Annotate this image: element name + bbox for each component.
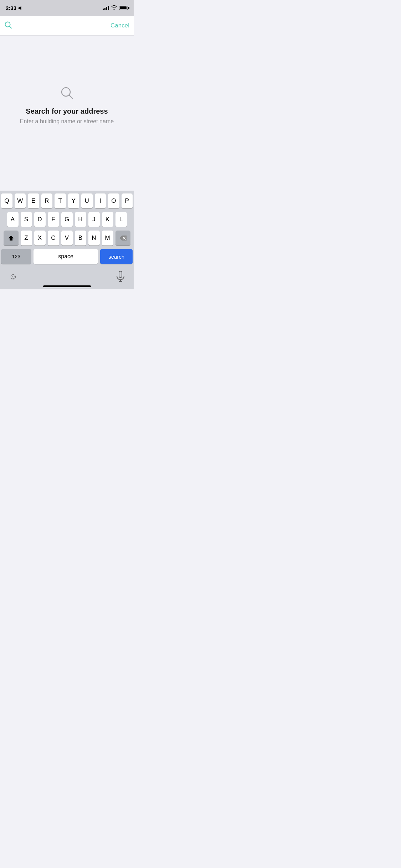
key-r[interactable]: R: [41, 193, 53, 208]
space-key[interactable]: space: [34, 249, 98, 264]
key-z[interactable]: Z: [21, 231, 32, 246]
key-t[interactable]: T: [55, 193, 66, 208]
search-icon: [4, 21, 12, 30]
delete-key[interactable]: [115, 231, 130, 246]
key-d[interactable]: D: [34, 212, 46, 227]
key-x[interactable]: X: [34, 231, 46, 246]
key-l[interactable]: L: [115, 212, 127, 227]
key-a[interactable]: A: [7, 212, 19, 227]
key-m[interactable]: M: [102, 231, 113, 246]
keyboard: Q W E R T Y U I O P A S D F G H J K L Z …: [0, 191, 134, 289]
key-b[interactable]: B: [75, 231, 86, 246]
microphone-icon[interactable]: [114, 270, 127, 283]
key-v[interactable]: V: [61, 231, 73, 246]
keyboard-row-3: Z X C V B N M: [1, 231, 133, 246]
svg-rect-7: [119, 271, 122, 278]
key-y[interactable]: Y: [68, 193, 79, 208]
wifi-icon: [111, 5, 117, 11]
key-s[interactable]: S: [21, 212, 32, 227]
key-p[interactable]: P: [122, 193, 133, 208]
key-k[interactable]: K: [102, 212, 113, 227]
emoji-icon[interactable]: ☺: [7, 270, 20, 283]
status-bar: 2:33 ◀: [0, 0, 134, 16]
key-f[interactable]: F: [48, 212, 59, 227]
numbers-key[interactable]: 123: [1, 249, 31, 264]
keyboard-bottom-row: 123 space search: [1, 249, 133, 264]
search-title: Search for your address: [26, 107, 108, 115]
key-j[interactable]: J: [88, 212, 100, 227]
shift-key[interactable]: [4, 231, 19, 246]
key-n[interactable]: N: [88, 231, 100, 246]
signal-icon: [103, 6, 109, 10]
home-indicator: [1, 285, 133, 289]
time-display: 2:33: [6, 5, 16, 11]
search-input[interactable]: [15, 22, 108, 29]
key-c[interactable]: C: [48, 231, 59, 246]
search-subtitle: Enter a building name or street name: [20, 118, 114, 125]
main-content: Search for your address Enter a building…: [0, 36, 134, 175]
key-e[interactable]: E: [28, 193, 39, 208]
keyboard-accessory-row: ☺: [1, 268, 133, 285]
big-search-icon: [60, 86, 74, 102]
key-u[interactable]: U: [81, 193, 93, 208]
key-q[interactable]: Q: [1, 193, 12, 208]
key-g[interactable]: G: [61, 212, 73, 227]
keyboard-row-2: A S D F G H J K L: [1, 212, 133, 227]
battery-icon: [119, 6, 128, 10]
location-icon: ◀: [18, 5, 21, 10]
keyboard-row-1: Q W E R T Y U I O P: [1, 193, 133, 208]
search-key[interactable]: search: [100, 249, 133, 264]
svg-line-3: [69, 95, 73, 99]
status-time: 2:33 ◀: [6, 5, 21, 11]
key-w[interactable]: W: [15, 193, 26, 208]
status-icons: [103, 5, 128, 11]
svg-point-2: [62, 88, 70, 96]
key-o[interactable]: O: [108, 193, 119, 208]
svg-line-1: [10, 26, 12, 28]
key-h[interactable]: H: [75, 212, 86, 227]
key-i[interactable]: I: [95, 193, 106, 208]
cancel-button[interactable]: Cancel: [108, 22, 129, 29]
search-bar: Cancel: [0, 16, 134, 36]
svg-marker-4: [8, 236, 14, 241]
